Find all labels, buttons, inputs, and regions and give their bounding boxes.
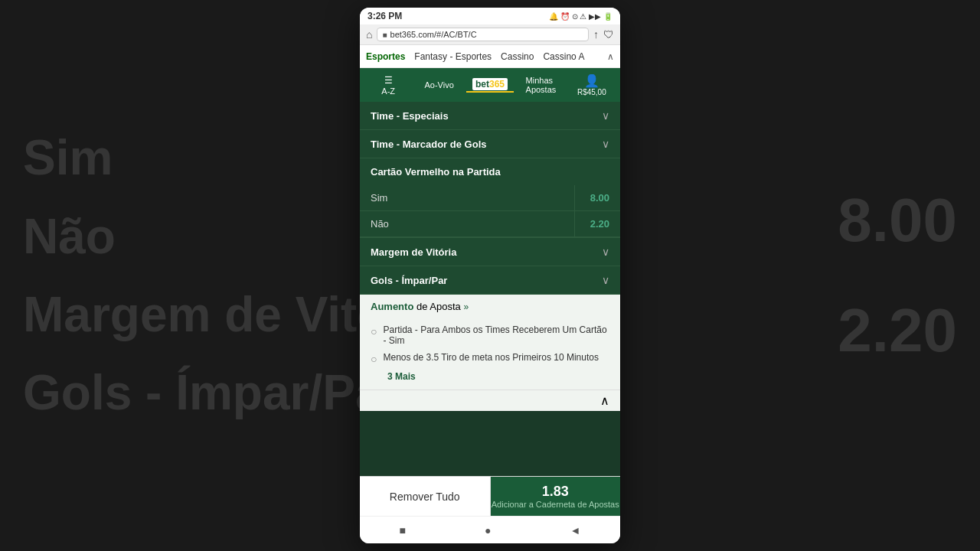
phone-frame: 3:26 PM 🔔 ⏰ ⊙ ⚠ ▶▶ 🔋 ⌂ ■ bet365.com/#/AC… <box>360 8 620 543</box>
nav-bets[interactable]: MinhasApostas <box>515 73 566 97</box>
aumento-more[interactable]: 3 Mais <box>371 368 609 386</box>
accordion-especiais: Time - Especiais ∨ <box>360 102 620 130</box>
nav-logo[interactable]: bet 365 <box>465 75 515 96</box>
az-label: A-Z <box>381 86 395 96</box>
content-area: Time - Especiais ∨ Time - Marcador de Go… <box>360 102 620 476</box>
aumento-arrows: » <box>463 302 469 312</box>
gols-title: Gols - Ímpar/Par <box>371 275 447 286</box>
tab-cassino-a[interactable]: Cassino A <box>543 51 584 62</box>
marcador-title: Time - Marcador de Gols <box>371 139 486 150</box>
aumento-rest: de Aposta <box>413 301 460 312</box>
accordion-marcador-header[interactable]: Time - Marcador de Gols ∨ <box>360 130 620 158</box>
lock-icon: ■ <box>382 31 387 39</box>
especiais-title: Time - Especiais <box>371 110 449 122</box>
back-button[interactable]: ◄ <box>570 524 581 536</box>
cartao-title: Cartão Vermelho na Partida <box>371 166 501 178</box>
share-icon[interactable]: ↑ <box>593 28 599 41</box>
odds-value: 1.83 <box>542 484 569 500</box>
home-icon[interactable]: ⌂ <box>366 28 372 41</box>
remove-button[interactable]: Remover Tudo <box>360 477 491 516</box>
account-area: 👤 R$45,00 <box>577 73 606 96</box>
especiais-chevron: ∨ <box>602 109 609 122</box>
status-bar: 3:26 PM 🔔 ⏰ ⊙ ⚠ ▶▶ 🔋 <box>360 8 620 24</box>
bets-label: MinhasApostas <box>526 76 557 94</box>
menu-icon: ☰ <box>384 75 393 86</box>
accordion-marcador: Time - Marcador de Gols ∨ <box>360 130 620 158</box>
user-icon: 👤 <box>584 73 599 88</box>
aumento-collapse: ∧ <box>360 390 620 411</box>
add-button[interactable]: 1.83 Adicionar a Caderneta de Apostas <box>491 477 621 516</box>
num-text: 365 <box>489 79 505 90</box>
bet-row-sim[interactable]: Sim 8.00 <box>360 185 620 211</box>
accordion-cartao-header[interactable]: Cartão Vermelho na Partida <box>360 158 620 185</box>
aumento-items: ○ Partida - Para Ambos os Times Recebere… <box>360 318 620 390</box>
accordion-gols: Gols - Ímpar/Par ∨ <box>360 266 620 295</box>
aumento-header: Aumento de Aposta » <box>360 295 620 318</box>
stop-button[interactable]: ■ <box>400 524 406 536</box>
url-text: bet365.com/#/AC/BT/C <box>390 30 477 39</box>
top-nav: Esportes Fantasy - Esportes Cassino Cass… <box>360 45 620 68</box>
main-nav: ☰ A-Z Ao-Vivo bet 365 MinhasApostas 👤 R$… <box>360 68 620 102</box>
tab-cassino[interactable]: Cassino <box>501 51 534 62</box>
aumento-text-1: Menos de 3.5 Tiro de meta nos Primeiros … <box>383 352 598 363</box>
bg-text-right: 8.00 2.20 <box>838 165 957 386</box>
accordion-especiais-header[interactable]: Time - Especiais ∨ <box>360 102 620 129</box>
shield-icon[interactable]: 🛡 <box>603 28 614 41</box>
aumento-section: Aumento de Aposta » ○ Partida - Para Amb… <box>360 295 620 411</box>
sim-odds: 8.00 <box>574 185 620 210</box>
bet-row-nao[interactable]: Não 2.20 <box>360 211 620 237</box>
marcador-chevron: ∨ <box>602 138 609 150</box>
aumento-item-1: ○ Menos de 3.5 Tiro de meta nos Primeiro… <box>371 349 609 368</box>
margem-chevron: ∨ <box>602 246 609 258</box>
home-button[interactable]: ● <box>485 524 491 536</box>
nav-account[interactable]: 👤 R$45,00 <box>567 70 617 99</box>
url-bar[interactable]: ■ bet365.com/#/AC/BT/C <box>377 28 589 41</box>
nao-odds: 2.20 <box>574 211 620 236</box>
nav-live[interactable]: Ao-Vivo <box>413 77 464 93</box>
accordion-gols-header[interactable]: Gols - Ímpar/Par ∨ <box>360 266 620 294</box>
top-nav-chevron[interactable]: ∧ <box>607 51 614 62</box>
tab-fantasy[interactable]: Fantasy - Esportes <box>414 51 492 62</box>
status-time: 3:26 PM <box>368 11 402 21</box>
nao-label: Não <box>360 211 574 236</box>
live-label: Ao-Vivo <box>424 80 453 90</box>
aumento-highlight: Aumento <box>371 301 413 312</box>
accordion-margem: Margem de Vitória ∨ <box>360 238 620 266</box>
android-nav: ■ ● ◄ <box>360 516 620 543</box>
aumento-text-0: Partida - Para Ambos os Times Receberem … <box>383 324 609 346</box>
bullet-1: ○ <box>371 353 377 365</box>
sim-label: Sim <box>360 185 574 210</box>
accordion-margem-header[interactable]: Margem de Vitória ∨ <box>360 238 620 266</box>
logo-underline <box>466 91 514 93</box>
action-bar: Remover Tudo 1.83 Adicionar a Caderneta … <box>360 476 620 516</box>
browser-actions: ↑ 🛡 <box>593 28 614 41</box>
aumento-item-0: ○ Partida - Para Ambos os Times Recebere… <box>371 321 609 349</box>
bet365-logo: bet 365 <box>472 78 508 90</box>
nav-az[interactable]: ☰ A-Z <box>363 72 413 99</box>
collapse-chevron[interactable]: ∧ <box>600 393 609 408</box>
bullet-0: ○ <box>371 325 377 337</box>
margem-title: Margem de Vitória <box>371 246 456 258</box>
status-icons: 🔔 ⏰ ⊙ ⚠ ▶▶ 🔋 <box>549 12 612 21</box>
tab-esportes[interactable]: Esportes <box>366 51 405 62</box>
bet-text: bet <box>475 79 489 90</box>
browser-bar: ⌂ ■ bet365.com/#/AC/BT/C ↑ 🛡 <box>360 24 620 45</box>
accordion-cartao: Cartão Vermelho na Partida Sim 8.00 Não … <box>360 158 620 238</box>
balance: R$45,00 <box>577 88 606 96</box>
gols-chevron: ∨ <box>602 274 609 286</box>
add-label: Adicionar a Caderneta de Apostas <box>492 500 619 509</box>
